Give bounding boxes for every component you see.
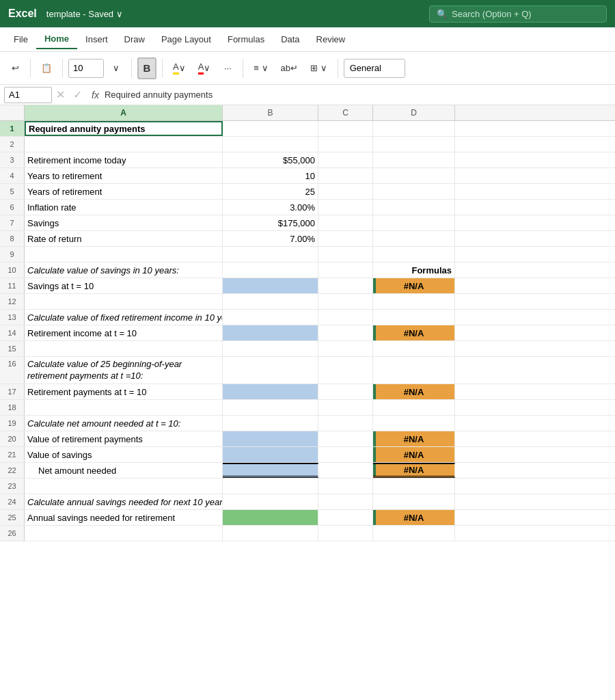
cell-b8[interactable]: 7.00% bbox=[223, 231, 318, 246]
cell-a20[interactable]: Value of retirement payments bbox=[25, 431, 223, 446]
menu-formulas[interactable]: Formulas bbox=[219, 30, 273, 49]
menu-file[interactable]: File bbox=[5, 30, 36, 49]
merge-button[interactable]: ⊞ ∨ bbox=[305, 57, 332, 79]
cell-b4[interactable]: 10 bbox=[223, 168, 318, 183]
cell-b6[interactable]: 3.00% bbox=[223, 200, 318, 215]
cell-c23[interactable] bbox=[318, 479, 373, 494]
number-format-box[interactable]: General bbox=[344, 59, 405, 78]
cell-d2[interactable] bbox=[373, 137, 455, 152]
cell-a11[interactable]: Savings at t = 10 bbox=[25, 278, 223, 293]
cell-c20[interactable] bbox=[318, 431, 373, 446]
cell-c4[interactable] bbox=[318, 168, 373, 183]
cell-c26[interactable] bbox=[318, 526, 373, 541]
cell-d14[interactable]: #N/A bbox=[373, 325, 455, 340]
cell-d12[interactable] bbox=[373, 294, 455, 309]
cell-a3[interactable]: Retirement income today bbox=[25, 152, 223, 167]
cell-a9[interactable] bbox=[25, 247, 223, 262]
cell-c12[interactable] bbox=[318, 294, 373, 309]
col-header-d[interactable]: D bbox=[373, 105, 455, 120]
cell-a17[interactable]: Retirement payments at t = 10 bbox=[25, 384, 223, 399]
cell-a18[interactable] bbox=[25, 400, 223, 415]
cell-d25[interactable]: #N/A bbox=[373, 510, 455, 525]
cell-a12[interactable] bbox=[25, 294, 223, 309]
wrap-button[interactable]: ab↵ bbox=[276, 57, 303, 79]
cell-a8[interactable]: Rate of return bbox=[25, 231, 223, 246]
cell-c25[interactable] bbox=[318, 510, 373, 525]
cell-c2[interactable] bbox=[318, 137, 373, 152]
cell-d11[interactable]: #N/A bbox=[373, 278, 455, 293]
cell-a14[interactable]: Retirement income at t = 10 bbox=[25, 325, 223, 340]
undo-button[interactable]: ↩ bbox=[5, 57, 25, 79]
cell-b9[interactable] bbox=[223, 247, 318, 262]
font-size-box[interactable]: 10 bbox=[68, 59, 104, 78]
cell-d26[interactable] bbox=[373, 526, 455, 541]
cell-b12[interactable] bbox=[223, 294, 318, 309]
cell-b16[interactable] bbox=[223, 357, 318, 383]
cell-c1[interactable] bbox=[318, 121, 373, 136]
cell-b18[interactable] bbox=[223, 400, 318, 415]
cell-a25[interactable]: Annual savings needed for retirement bbox=[25, 510, 223, 525]
cell-a23[interactable] bbox=[25, 479, 223, 494]
menu-pagelayout[interactable]: Page Layout bbox=[153, 30, 219, 49]
cell-b15[interactable] bbox=[223, 341, 318, 356]
cell-d5[interactable] bbox=[373, 184, 455, 199]
font-size-dropdown[interactable]: ∨ bbox=[107, 57, 126, 79]
cell-b19[interactable] bbox=[223, 416, 318, 431]
more-button[interactable]: ··· bbox=[218, 57, 237, 79]
cell-d6[interactable] bbox=[373, 200, 455, 215]
align-button[interactable]: ≡ ∨ bbox=[249, 57, 273, 79]
cell-a4[interactable]: Years to retirement bbox=[25, 168, 223, 183]
cell-a2[interactable] bbox=[25, 137, 223, 152]
cell-b3[interactable]: $55,000 bbox=[223, 152, 318, 167]
cell-c17[interactable] bbox=[318, 384, 373, 399]
cell-b7[interactable]: $175,000 bbox=[223, 215, 318, 230]
font-color-button[interactable]: A∨ bbox=[193, 57, 216, 79]
cell-c22[interactable] bbox=[318, 463, 373, 478]
cell-a7[interactable]: Savings bbox=[25, 215, 223, 230]
cell-d23[interactable] bbox=[373, 479, 455, 494]
cell-c5[interactable] bbox=[318, 184, 373, 199]
cell-b26[interactable] bbox=[223, 526, 318, 541]
cell-d18[interactable] bbox=[373, 400, 455, 415]
col-header-a[interactable]: A bbox=[25, 105, 223, 120]
cell-c3[interactable] bbox=[318, 152, 373, 167]
cell-d22[interactable]: #N/A bbox=[373, 463, 455, 478]
cell-b10[interactable] bbox=[223, 262, 318, 278]
cell-c7[interactable] bbox=[318, 215, 373, 230]
cell-d16[interactable] bbox=[373, 357, 455, 383]
cell-c16[interactable] bbox=[318, 357, 373, 383]
cell-b23[interactable] bbox=[223, 479, 318, 494]
cell-d8[interactable] bbox=[373, 231, 455, 246]
cell-b2[interactable] bbox=[223, 137, 318, 152]
cell-d7[interactable] bbox=[373, 215, 455, 230]
cell-c21[interactable] bbox=[318, 447, 373, 462]
cell-c10[interactable] bbox=[318, 262, 373, 278]
cell-a19[interactable]: Calculate net amount needed at t = 10: bbox=[25, 416, 223, 431]
cell-b11[interactable] bbox=[223, 278, 318, 293]
cell-c14[interactable] bbox=[318, 325, 373, 340]
cell-a6[interactable]: Inflation rate bbox=[25, 200, 223, 215]
cell-d20[interactable]: #N/A bbox=[373, 431, 455, 446]
fill-color-button[interactable]: A∨ bbox=[168, 57, 191, 79]
cell-b14[interactable] bbox=[223, 325, 318, 340]
cell-b24[interactable] bbox=[223, 494, 318, 509]
cell-a21[interactable]: Value of savings bbox=[25, 447, 223, 462]
cell-reference[interactable]: A1 bbox=[4, 87, 52, 103]
menu-home[interactable]: Home bbox=[36, 29, 77, 49]
menu-insert[interactable]: Insert bbox=[77, 30, 116, 49]
cell-b13[interactable] bbox=[223, 310, 318, 325]
cell-c13[interactable] bbox=[318, 310, 373, 325]
cell-c9[interactable] bbox=[318, 247, 373, 262]
cell-a22[interactable]: Net amount needed bbox=[25, 463, 223, 478]
cell-a24[interactable]: Calculate annual savings needed for next… bbox=[25, 494, 223, 509]
cell-b1[interactable] bbox=[223, 121, 318, 136]
cell-d9[interactable] bbox=[373, 247, 455, 262]
menu-draw[interactable]: Draw bbox=[116, 30, 153, 49]
paste-button[interactable]: 📋 bbox=[36, 57, 57, 79]
cell-d19[interactable] bbox=[373, 416, 455, 431]
cell-d15[interactable] bbox=[373, 341, 455, 356]
cell-b20[interactable] bbox=[223, 431, 318, 446]
cell-b21[interactable] bbox=[223, 447, 318, 462]
cell-b17[interactable] bbox=[223, 384, 318, 399]
cell-b25[interactable] bbox=[223, 510, 318, 525]
